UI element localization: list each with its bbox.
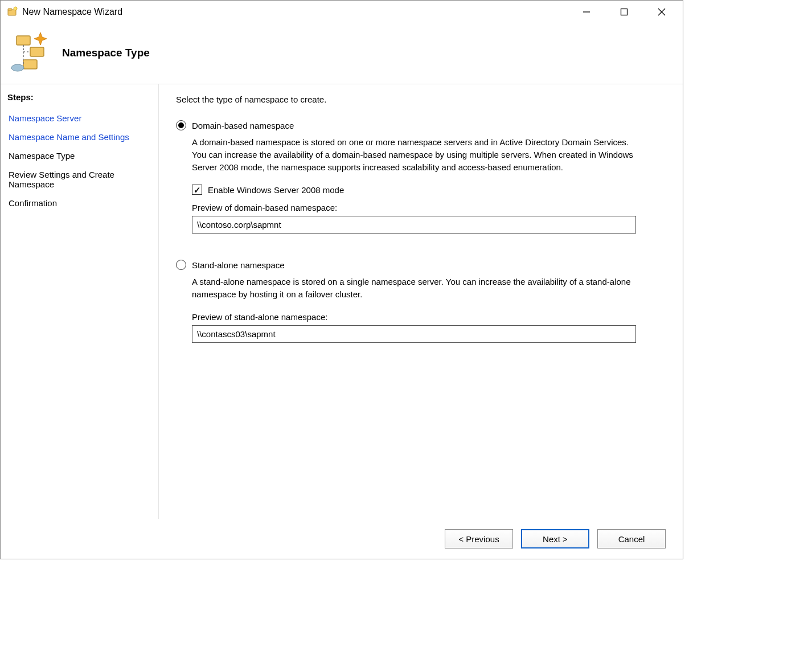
titlebar: New Namespace Wizard [1,1,683,23]
step-confirmation: Confirmation [7,194,153,212]
standalone-preview-value: \\contascs03\sapmnt [192,325,636,343]
domain-based-description: A domain-based namespace is stored on on… [192,136,636,173]
svg-rect-4 [621,9,628,15]
svg-rect-9 [23,60,37,69]
maximize-button[interactable] [605,1,643,23]
svg-point-11 [11,64,24,71]
app-icon [6,6,19,18]
svg-rect-8 [30,47,44,56]
standalone-radio[interactable] [176,260,186,270]
prompt-text: Select the type of namespace to create. [176,95,666,104]
page-title: Namespace Type [62,47,150,59]
step-namespace-server[interactable]: Namespace Server [7,109,153,128]
wizard-body: Steps: Namespace Server Namespace Name a… [1,84,683,519]
svg-rect-1 [8,9,12,10]
domain-preview-label: Preview of domain-based namespace: [192,203,666,212]
close-button[interactable] [643,1,680,23]
window-title: New Namespace Wizard [19,7,568,17]
domain-based-radio[interactable] [176,120,186,130]
svg-rect-7 [17,36,30,45]
previous-button[interactable]: < Previous [445,529,513,548]
steps-heading: Steps: [7,91,153,109]
standalone-option[interactable]: Stand-alone namespace [176,260,666,270]
window-controls [568,1,680,23]
wizard-footer: < Previous Next > Cancel [1,519,683,559]
wizard-icon [11,32,52,73]
step-namespace-name-settings[interactable]: Namespace Name and Settings [7,128,153,146]
step-namespace-type: Namespace Type [7,146,153,165]
cancel-button[interactable]: Cancel [597,529,666,548]
svg-point-2 [14,7,17,10]
enable-2008-mode-row[interactable]: Enable Windows Server 2008 mode [192,185,666,195]
standalone-preview-label: Preview of stand-alone namespace: [192,312,666,322]
wizard-header: Namespace Type [1,23,683,84]
enable-2008-label: Enable Windows Server 2008 mode [208,185,344,195]
step-review-create: Review Settings and Create Namespace [7,165,153,194]
domain-based-label: Domain-based namespace [192,121,294,130]
standalone-label: Stand-alone namespace [192,260,285,270]
content-pane: Select the type of namespace to create. … [159,84,683,519]
svg-marker-10 [34,32,47,45]
minimize-button[interactable] [568,1,605,23]
next-button[interactable]: Next > [521,529,589,548]
standalone-description: A stand-alone namespace is stored on a s… [192,276,636,301]
domain-based-option[interactable]: Domain-based namespace [176,120,666,130]
domain-preview-value: \\contoso.corp\sapmnt [192,216,636,234]
enable-2008-checkbox[interactable] [192,185,202,195]
wizard-window: New Namespace Wizard [0,0,683,559]
steps-sidebar: Steps: Namespace Server Namespace Name a… [1,84,159,519]
